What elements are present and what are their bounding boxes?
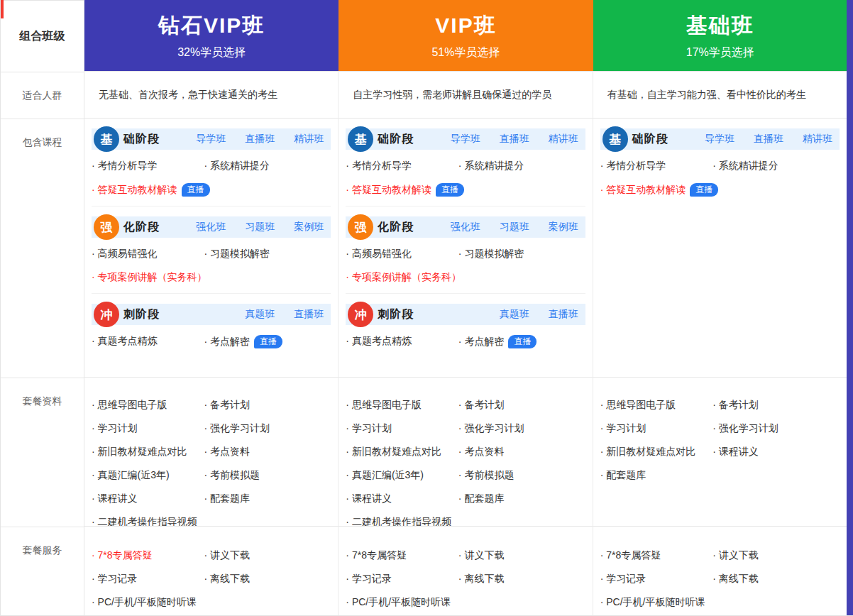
- plan-column: 钻石VIP班 32%学员选择 无基础、首次报考，急于快速通关的考生 基 础阶段 …: [84, 0, 339, 616]
- service-item-text: 7*8专属答疑: [98, 549, 153, 561]
- stage-block: 基 础阶段 导学班直播班精讲班 考情分析导学 系统精讲提分 答疑互动教材解读直播: [600, 128, 840, 203]
- stage-block: 强 化阶段 强化班习题班案例班 高频易错强化 习题模拟解密 专项案例讲解（实务科…: [346, 206, 585, 290]
- stage-class-link[interactable]: 精讲班: [294, 133, 324, 145]
- stage-class-link[interactable]: 案例班: [294, 221, 324, 233]
- stage-title: 刺阶段: [123, 307, 160, 322]
- stage-class-link[interactable]: 直播班: [549, 308, 578, 321]
- audience-cell: 有基础，自主学习能力强、看中性价比的考生: [593, 71, 847, 118]
- stage-class-link[interactable]: 真题班: [245, 308, 275, 321]
- course-item-text: 系统精讲提分: [210, 160, 270, 171]
- course-item: 考点解密直播: [458, 329, 571, 353]
- live-badge: 直播: [690, 183, 718, 197]
- course-item: 真题考点精炼: [92, 329, 204, 353]
- comparison-grid: 组合班级 适合人群 包含课程 套餐资料 套餐服务 钻石VIP班 32%学员选择 …: [1, 0, 847, 616]
- services-cell: 7*8专属答疑 讲义下载 学习记录 离线下载 PC/手机/平板随时听课: [339, 526, 593, 616]
- material-item: 学习计划: [346, 417, 458, 440]
- service-item: 离线下载: [458, 567, 571, 590]
- material-item: 学习计划: [600, 417, 713, 440]
- material-item-text: 配套题库: [210, 493, 250, 504]
- courses-cell: 基 础阶段 导学班直播班精讲班 考情分析导学 系统精讲提分 答疑互动教材解读直播: [339, 118, 593, 377]
- plan-header: VIP班 51%学员选择: [339, 0, 593, 71]
- material-item-text: 考点资料: [464, 446, 504, 457]
- stage-class-link[interactable]: 精讲班: [803, 133, 832, 145]
- material-item-text: 考前模拟题: [464, 469, 514, 480]
- service-item: 学习记录: [92, 567, 204, 590]
- services-cell: 7*8专属答疑 讲义下载 学习记录 离线下载 PC/手机/平板随时听课: [84, 526, 339, 616]
- material-item: 学习计划: [92, 417, 204, 440]
- stage-class-link[interactable]: 直播班: [754, 133, 783, 145]
- stage-class-links: 真题班直播班: [245, 308, 331, 321]
- stage-class-links: 导学班直播班精讲班: [451, 133, 585, 145]
- courses-cell: 基 础阶段 导学班直播班精讲班 考情分析导学 系统精讲提分 答疑互动教材解读直播: [84, 118, 339, 377]
- service-item: PC/手机/平板随时听课: [92, 590, 204, 614]
- material-item-text: 课程讲义: [719, 446, 759, 457]
- corner-label: 组合班级: [1, 1, 84, 72]
- service-item-text: 离线下载: [464, 573, 504, 584]
- service-item: 7*8专属答疑: [92, 544, 204, 567]
- stage-class-link[interactable]: 真题班: [500, 308, 529, 321]
- stage-class-link[interactable]: 案例班: [549, 221, 578, 233]
- stage-item-list: 考情分析导学 系统精讲提分 答疑互动教材解读直播: [600, 150, 840, 203]
- course-item: 高频易错强化: [92, 242, 204, 265]
- material-item-text: 强化学习计划: [210, 422, 270, 434]
- course-item-text: 考情分析导学: [606, 160, 666, 171]
- service-item: 学习记录: [600, 567, 713, 590]
- stage-item-list: 高频易错强化 习题模拟解密 专项案例讲解（实务科）: [92, 238, 331, 290]
- stage-class-link[interactable]: 强化班: [451, 221, 480, 233]
- material-item-text: 真题汇编(近3年): [352, 469, 424, 480]
- stage-class-link[interactable]: 直播班: [245, 133, 275, 145]
- material-item-text: 考前模拟题: [210, 469, 260, 480]
- material-item: 考点资料: [458, 440, 571, 463]
- service-item: PC/手机/平板随时听课: [346, 590, 458, 614]
- stage-class-link[interactable]: 习题班: [245, 221, 275, 233]
- course-item-text: 真题考点精炼: [98, 335, 158, 346]
- stage-title: 刺阶段: [378, 307, 414, 322]
- stage-class-link[interactable]: 强化班: [196, 221, 226, 233]
- audience-text: 有基础，自主学习能力强、看中性价比的考生: [607, 89, 806, 101]
- stage-item-list: 考情分析导学 系统精讲提分 答疑互动教材解读直播: [92, 150, 331, 203]
- stage-class-link[interactable]: 直播班: [500, 133, 529, 145]
- material-item-text: 思维导图电子版: [98, 399, 167, 410]
- stage-class-links: 真题班直播班: [500, 308, 585, 321]
- service-item: 学习记录: [346, 567, 458, 590]
- stage-header-bar: 冲 刺阶段 真题班直播班: [346, 304, 585, 325]
- course-item: 考情分析导学: [92, 154, 204, 177]
- services-item-list: 7*8专属答疑 讲义下载 学习记录 离线下载 PC/手机/平板随时听课: [92, 539, 331, 615]
- material-item-text: 课程讲义: [98, 493, 138, 504]
- course-item-text: 专项案例讲解（实务科）: [352, 271, 461, 282]
- material-item: 配套题库: [204, 487, 317, 510]
- stage-class-link[interactable]: 导学班: [451, 133, 480, 145]
- material-item: 强化学习计划: [458, 417, 571, 440]
- plan-header: 基础班 17%学员选择: [593, 0, 847, 71]
- course-item-text: 答疑互动教材解读: [352, 184, 431, 195]
- row-label-column: 组合班级 适合人群 包含课程 套餐资料 套餐服务: [1, 0, 84, 616]
- material-item: 考前模拟题: [204, 463, 317, 487]
- stage-class-link[interactable]: 精讲班: [549, 133, 578, 145]
- plan-pick-rate: 17%学员选择: [686, 45, 754, 60]
- service-item-text: 7*8专属答疑: [352, 549, 407, 561]
- plan-name: 钻石VIP班: [158, 11, 265, 40]
- course-item: 习题模拟解密: [204, 242, 317, 265]
- course-item: 答疑互动教材解读直播: [92, 177, 331, 202]
- stage-block: 冲 刺阶段 真题班直播班 真题考点精炼 考点解密直播: [92, 293, 331, 355]
- course-item: 答疑互动教材解读直播: [346, 177, 585, 202]
- live-badge: 直播: [436, 183, 464, 197]
- stage-class-link[interactable]: 导学班: [705, 133, 734, 145]
- course-item-text: 考点解密: [464, 336, 504, 347]
- material-item-text: 真题汇编(近3年): [98, 469, 170, 480]
- material-item: 新旧教材疑难点对比: [92, 440, 204, 463]
- course-item: 系统精讲提分: [712, 154, 825, 177]
- stage-header-bar: 基 础阶段 导学班直播班精讲班: [346, 128, 585, 150]
- course-item-text: 专项案例讲解（实务科）: [98, 271, 207, 282]
- stage-class-link[interactable]: 习题班: [500, 221, 529, 233]
- stage-class-link[interactable]: 导学班: [196, 133, 226, 145]
- stage-class-link[interactable]: 直播班: [294, 308, 324, 321]
- services-item-list: 7*8专属答疑 讲义下载 学习记录 离线下载 PC/手机/平板随时听课: [346, 539, 585, 615]
- service-item-text: PC/手机/平板随时听课: [606, 596, 705, 607]
- materials-item-list: 思维导图电子版 备考计划 学习计划 强化学习计划 新旧教材疑难点对比 课程讲义 …: [600, 389, 840, 488]
- material-item-text: 新旧教材疑难点对比: [352, 446, 441, 457]
- service-item-text: 离线下载: [210, 573, 250, 584]
- course-item-text: 系统精讲提分: [464, 160, 524, 171]
- plan-column: VIP班 51%学员选择 自主学习性弱，需老师讲解且确保通过的学员 基 础阶段 …: [339, 0, 593, 616]
- stage-block: 冲 刺阶段 真题班直播班 真题考点精炼 考点解密直播: [346, 293, 585, 355]
